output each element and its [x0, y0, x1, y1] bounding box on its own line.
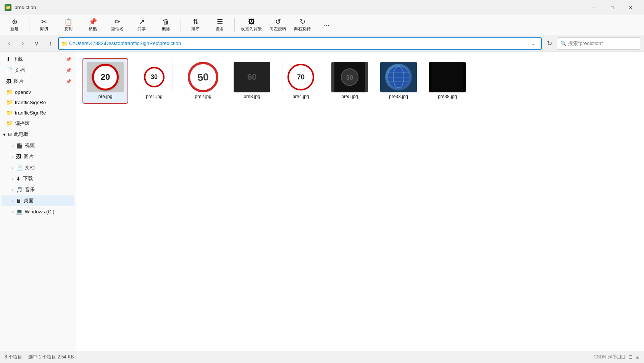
pc-icon: 🖥: [7, 132, 12, 137]
sidebar-pc-header[interactable]: ▾ 🖥 此电脑: [0, 129, 76, 140]
pin-icon-pictures: 📌: [66, 79, 71, 84]
sidebar-item-video[interactable]: › 🎬 视频: [2, 140, 74, 151]
expand-button[interactable]: ∨: [31, 37, 43, 50]
expand-music-icon: ›: [12, 187, 14, 192]
sidebar-item-download[interactable]: ⬇ 下载 📌: [2, 54, 74, 65]
view-grid-icon[interactable]: ⊞: [636, 355, 639, 360]
file-item-pre33[interactable]: pre33.jpg: [376, 58, 421, 104]
sidebar-item-download-pc[interactable]: › ⬇ 下载: [2, 173, 74, 184]
paste-button[interactable]: 📌 粘贴: [81, 17, 104, 34]
file-name-pre5: pre5.jpg: [341, 94, 358, 100]
sidebar-item-docs[interactable]: 📄 文档 📌: [2, 65, 74, 76]
sidebar-item-pictures-pc[interactable]: › 🖼 图片: [2, 151, 74, 162]
search-input[interactable]: [568, 40, 629, 46]
share-button[interactable]: ↗ 共享: [130, 17, 153, 34]
address-input[interactable]: [69, 40, 526, 46]
rename-button[interactable]: ✏ 重命名: [106, 17, 129, 34]
forward-button[interactable]: ›: [17, 37, 29, 50]
sidebar-item-trafficsign2[interactable]: 📁 tranfficSignRe: [2, 108, 74, 118]
more-icon: ···: [324, 22, 329, 29]
rotate-left-button[interactable]: ↺ 向左旋转: [266, 17, 289, 34]
sidebar-docs-label: 文档: [15, 67, 25, 74]
expand-desktop-icon: ›: [12, 198, 14, 203]
minimize-button[interactable]: ─: [585, 2, 603, 14]
delete-label: 删除: [162, 26, 170, 32]
file-item-pre2[interactable]: 50 pre2.jpg: [180, 58, 226, 104]
sidebar-docs-pc-label: 文档: [25, 164, 35, 171]
sidebar-opencv-label: opencv: [15, 89, 31, 95]
file-thumbnail-pre38: [429, 62, 466, 92]
up-button[interactable]: ↑: [44, 37, 56, 50]
folder-music-icon: 📁: [6, 120, 13, 126]
sign-30-visual: 30: [144, 67, 165, 87]
file-item-pre1[interactable]: 30 pre1.jpg: [131, 58, 177, 104]
sidebar-trafficsign2-label: tranfficSignRe: [15, 110, 46, 116]
docs-pc-icon: 📄: [16, 165, 23, 171]
sidebar-download-pc-label: 下载: [23, 175, 33, 182]
search-box[interactable]: 🔍: [557, 37, 641, 50]
file-area: 20 pre.jpg 30 pre1.jpg 50 pre2.jpg 60 pr…: [76, 52, 644, 351]
sidebar-item-pictures[interactable]: 🖼 图片 📌: [2, 76, 74, 87]
rotate-right-label: 向右旋转: [294, 26, 311, 32]
view-icon: ☰: [217, 18, 223, 25]
sign-50-visual: 50: [187, 62, 220, 92]
file-thumbnail-pre4: 70: [282, 62, 319, 92]
file-item-pre38[interactable]: pre38.jpg: [424, 58, 470, 104]
sign-black-visual: [432, 62, 463, 92]
main-layout: ⬇ 下载 📌 📄 文档 📌 🖼 图片 📌 📁 opencv 📁 tranffic…: [0, 52, 644, 351]
set-bg-button[interactable]: 🖼 设置为背景: [238, 17, 265, 34]
address-bar[interactable]: 📁 ⌄: [58, 37, 542, 50]
file-item-pre3[interactable]: 60 pre3.jpg: [229, 58, 275, 104]
desktop-icon: 🖥: [16, 198, 21, 204]
share-label: 共享: [137, 26, 146, 32]
set-bg-label: 设置为背景: [241, 26, 262, 32]
sign-60-dark-visual: 60: [237, 62, 267, 92]
delete-button[interactable]: 🗑 删除: [155, 17, 178, 34]
rotate-left-icon: ↺: [275, 18, 281, 25]
rename-icon: ✏: [115, 18, 120, 25]
sidebar-item-desktop-pc[interactable]: › 🖥 桌面: [2, 195, 74, 206]
titlebar-app-icon: 📁: [5, 4, 11, 11]
rotate-right-icon: ↻: [300, 18, 305, 25]
view-list-icon[interactable]: ☰: [628, 355, 633, 360]
more-button[interactable]: ···: [315, 17, 338, 34]
file-item-pre4[interactable]: 70 pre4.jpg: [278, 58, 324, 104]
sidebar-video-label: 视频: [25, 142, 35, 149]
statusbar-brand: CSDN @墨❑❑: [593, 354, 625, 360]
sign-20-visual: 20: [92, 64, 119, 90]
sidebar-music-pc-label: 音乐: [25, 186, 35, 193]
back-button[interactable]: ‹: [3, 37, 15, 50]
rotate-right-button[interactable]: ↻ 向右旋转: [291, 17, 314, 34]
sidebar-item-windows-c[interactable]: › 💻 Windows (C:): [2, 207, 74, 216]
sidebar-item-opencv[interactable]: 📁 opencv: [2, 87, 74, 97]
sidebar-desktop-pc-label: 桌面: [24, 197, 34, 204]
folder-trafficsign2-icon: 📁: [6, 110, 13, 116]
paste-label: 粘贴: [89, 26, 97, 32]
address-folder-icon: 📁: [61, 40, 68, 47]
new-button[interactable]: ⊕ 新建: [3, 17, 26, 34]
sidebar-musicfolder-label: 偏摇滚: [15, 120, 30, 127]
addressbar: ‹ › ∨ ↑ 📁 ⌄ ↻ 🔍: [0, 35, 644, 52]
view-button[interactable]: ☰ 查看: [208, 17, 231, 34]
expand-download-icon: ›: [12, 176, 14, 181]
statusbar-right: CSDN @墨❑❑ ☰ ⊞: [593, 354, 639, 360]
sidebar-item-music-pc[interactable]: › 🎵 音乐: [2, 184, 74, 195]
file-name-pre33: pre33.jpg: [389, 94, 408, 100]
copy-button[interactable]: 📋 复制: [57, 17, 80, 34]
refresh-button[interactable]: ↻: [543, 37, 555, 50]
pin-icon-docs: 📌: [66, 68, 71, 73]
sidebar-item-trafficsign1[interactable]: 📁 tranfficSignRe: [2, 97, 74, 107]
set-bg-icon: 🖼: [248, 18, 255, 25]
address-dropdown-button[interactable]: ⌄: [528, 38, 539, 49]
file-thumbnail-pre33: [380, 62, 417, 92]
file-item-pre5[interactable]: 30 pre5.jpg: [327, 58, 373, 104]
sidebar-item-music-folder[interactable]: 📁 偏摇滚: [2, 118, 74, 129]
file-item-pre[interactable]: 20 pre.jpg: [82, 58, 128, 104]
folder-trafficsign1-icon: 📁: [6, 99, 13, 105]
sidebar-item-docs-pc[interactable]: › 📄 文档: [2, 162, 74, 173]
sort-button[interactable]: ⇅ 排序: [184, 17, 207, 34]
close-button[interactable]: ✕: [622, 2, 639, 14]
cut-button[interactable]: ✂ 剪切: [32, 17, 55, 34]
share-icon: ↗: [139, 18, 145, 25]
maximize-button[interactable]: □: [604, 2, 621, 14]
